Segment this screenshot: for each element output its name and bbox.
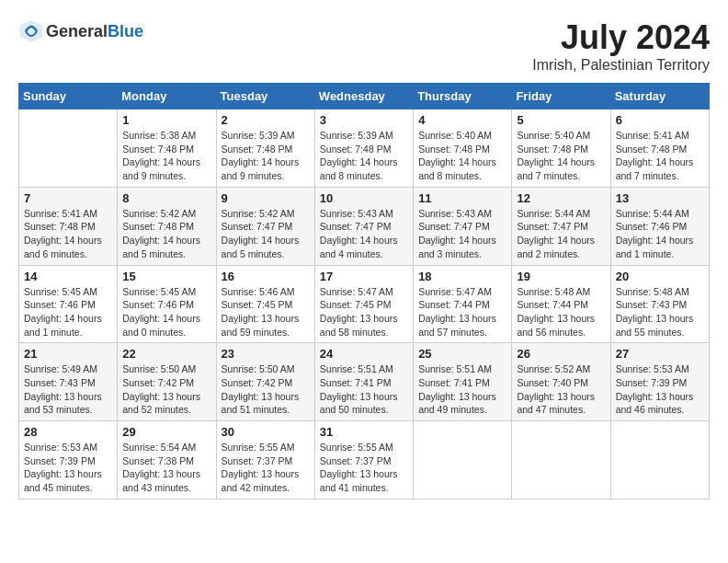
calendar-cell: 23 Sunrise: 5:50 AM Sunset: 7:42 PM Dayl… [216, 343, 314, 421]
logo-general: General [46, 22, 108, 40]
calendar-cell: 24 Sunrise: 5:51 AM Sunset: 7:41 PM Dayl… [314, 343, 413, 421]
day-info: Sunrise: 5:42 AM Sunset: 7:47 PM Dayligh… [222, 207, 310, 261]
day-info: Sunrise: 5:48 AM Sunset: 7:43 PM Dayligh… [616, 285, 704, 339]
svg-marker-0 [20, 20, 42, 42]
calendar-cell: 28 Sunrise: 5:53 AM Sunset: 7:39 PM Dayl… [19, 421, 118, 500]
col-wednesday: Wednesday [314, 84, 413, 109]
daylight: Daylight: 14 hours and 4 minutes. [320, 235, 398, 259]
calendar-cell [610, 421, 709, 500]
sunset: Sunset: 7:39 PM [616, 377, 688, 388]
sunset: Sunset: 7:45 PM [222, 299, 293, 310]
sunrise: Sunrise: 5:38 AM [122, 130, 196, 141]
sunrise: Sunrise: 5:40 AM [418, 130, 492, 141]
sunset: Sunset: 7:47 PM [222, 221, 293, 232]
sunset: Sunset: 7:48 PM [24, 221, 96, 232]
sunrise: Sunrise: 5:40 AM [517, 130, 590, 141]
calendar-cell: 13 Sunrise: 5:44 AM Sunset: 7:46 PM Dayl… [610, 187, 709, 265]
calendar-week-4: 21 Sunrise: 5:49 AM Sunset: 7:43 PM Dayl… [19, 343, 710, 421]
daylight: Daylight: 13 hours and 52 minutes. [122, 391, 200, 416]
calendar-cell: 21 Sunrise: 5:49 AM Sunset: 7:43 PM Dayl… [19, 343, 118, 421]
calendar-cell: 1 Sunrise: 5:38 AM Sunset: 7:48 PM Dayli… [118, 109, 216, 188]
sunrise: Sunrise: 5:45 AM [24, 286, 97, 297]
day-number: 28 [24, 425, 112, 439]
sunset: Sunset: 7:38 PM [122, 455, 194, 466]
day-number: 30 [222, 425, 310, 439]
sunrise: Sunrise: 5:45 AM [122, 286, 196, 297]
day-info: Sunrise: 5:39 AM Sunset: 7:48 PM Dayligh… [222, 129, 310, 183]
calendar-week-2: 7 Sunrise: 5:41 AM Sunset: 7:48 PM Dayli… [19, 187, 710, 265]
day-info: Sunrise: 5:40 AM Sunset: 7:48 PM Dayligh… [517, 129, 605, 183]
sunrise: Sunrise: 5:42 AM [222, 208, 295, 219]
sunrise: Sunrise: 5:50 AM [122, 363, 196, 374]
day-info: Sunrise: 5:40 AM Sunset: 7:48 PM Dayligh… [418, 129, 506, 183]
day-number: 1 [122, 113, 210, 127]
sunrise: Sunrise: 5:43 AM [418, 208, 492, 219]
day-number: 6 [616, 113, 704, 127]
col-saturday: Saturday [610, 84, 709, 109]
day-number: 9 [222, 191, 310, 205]
day-number: 5 [517, 113, 605, 127]
daylight: Daylight: 13 hours and 43 minutes. [122, 468, 200, 493]
day-info: Sunrise: 5:44 AM Sunset: 7:47 PM Dayligh… [517, 207, 605, 261]
sunrise: Sunrise: 5:50 AM [222, 363, 295, 374]
calendar-week-1: 1 Sunrise: 5:38 AM Sunset: 7:48 PM Dayli… [19, 109, 710, 188]
calendar-header: Sunday Monday Tuesday Wednesday Thursday… [19, 84, 710, 109]
day-number: 15 [122, 270, 210, 283]
day-info: Sunrise: 5:47 AM Sunset: 7:44 PM Dayligh… [418, 285, 506, 339]
daylight: Daylight: 13 hours and 50 minutes. [320, 391, 398, 416]
day-number: 8 [122, 191, 210, 205]
calendar-cell: 12 Sunrise: 5:44 AM Sunset: 7:47 PM Dayl… [512, 187, 610, 265]
day-number: 7 [24, 191, 112, 205]
title-block: July 2024 Imrish, Palestinian Territory [532, 18, 710, 74]
day-number: 25 [418, 347, 506, 361]
sunset: Sunset: 7:43 PM [24, 377, 96, 388]
daylight: Daylight: 14 hours and 8 minutes. [320, 156, 398, 181]
sunrise: Sunrise: 5:53 AM [24, 442, 97, 453]
day-number: 11 [418, 191, 506, 205]
day-number: 10 [320, 191, 408, 205]
sunrise: Sunrise: 5:47 AM [320, 286, 393, 297]
calendar-cell: 25 Sunrise: 5:51 AM Sunset: 7:41 PM Dayl… [414, 343, 512, 421]
calendar-cell [414, 421, 512, 500]
calendar-cell: 26 Sunrise: 5:52 AM Sunset: 7:40 PM Dayl… [512, 343, 610, 421]
logo-blue: Blue [108, 22, 143, 40]
sunrise: Sunrise: 5:43 AM [320, 208, 393, 219]
calendar-cell: 15 Sunrise: 5:45 AM Sunset: 7:46 PM Dayl… [118, 265, 216, 343]
daylight: Daylight: 13 hours and 55 minutes. [616, 313, 694, 338]
daylight: Daylight: 13 hours and 49 minutes. [418, 391, 496, 416]
day-number: 19 [517, 270, 605, 283]
calendar-cell: 30 Sunrise: 5:55 AM Sunset: 7:37 PM Dayl… [216, 421, 314, 500]
daylight: Daylight: 14 hours and 0 minutes. [122, 313, 200, 338]
sunrise: Sunrise: 5:55 AM [222, 442, 295, 453]
daylight: Daylight: 13 hours and 58 minutes. [320, 313, 398, 338]
calendar-cell: 7 Sunrise: 5:41 AM Sunset: 7:48 PM Dayli… [19, 187, 118, 265]
col-friday: Friday [512, 84, 610, 109]
sunset: Sunset: 7:45 PM [320, 299, 392, 310]
day-number: 22 [122, 347, 210, 361]
sunrise: Sunrise: 5:41 AM [616, 130, 689, 141]
sunrise: Sunrise: 5:49 AM [24, 363, 97, 374]
sunrise: Sunrise: 5:44 AM [517, 208, 590, 219]
day-info: Sunrise: 5:55 AM Sunset: 7:37 PM Dayligh… [222, 441, 310, 495]
daylight: Daylight: 14 hours and 1 minute. [24, 313, 102, 338]
sunset: Sunset: 7:41 PM [320, 377, 392, 388]
day-info: Sunrise: 5:50 AM Sunset: 7:42 PM Dayligh… [222, 362, 310, 417]
sunset: Sunset: 7:48 PM [320, 144, 392, 155]
sunset: Sunset: 7:47 PM [517, 221, 588, 232]
calendar-body: 1 Sunrise: 5:38 AM Sunset: 7:48 PM Dayli… [19, 109, 710, 500]
calendar-week-5: 28 Sunrise: 5:53 AM Sunset: 7:39 PM Dayl… [19, 421, 710, 500]
daylight: Daylight: 14 hours and 9 minutes. [222, 156, 300, 181]
sunrise: Sunrise: 5:47 AM [418, 286, 492, 297]
sunset: Sunset: 7:40 PM [517, 377, 588, 388]
calendar-cell: 3 Sunrise: 5:39 AM Sunset: 7:48 PM Dayli… [314, 109, 413, 188]
sunset: Sunset: 7:48 PM [222, 144, 293, 155]
daylight: Daylight: 14 hours and 5 minutes. [222, 235, 300, 259]
sunrise: Sunrise: 5:39 AM [222, 130, 295, 141]
daylight: Daylight: 14 hours and 2 minutes. [517, 235, 595, 259]
day-number: 23 [222, 347, 310, 361]
calendar-cell: 31 Sunrise: 5:55 AM Sunset: 7:37 PM Dayl… [314, 421, 413, 500]
calendar-cell: 19 Sunrise: 5:48 AM Sunset: 7:44 PM Dayl… [512, 265, 610, 343]
sunrise: Sunrise: 5:48 AM [616, 286, 689, 297]
day-info: Sunrise: 5:48 AM Sunset: 7:44 PM Dayligh… [517, 285, 605, 339]
sunset: Sunset: 7:39 PM [24, 455, 96, 466]
